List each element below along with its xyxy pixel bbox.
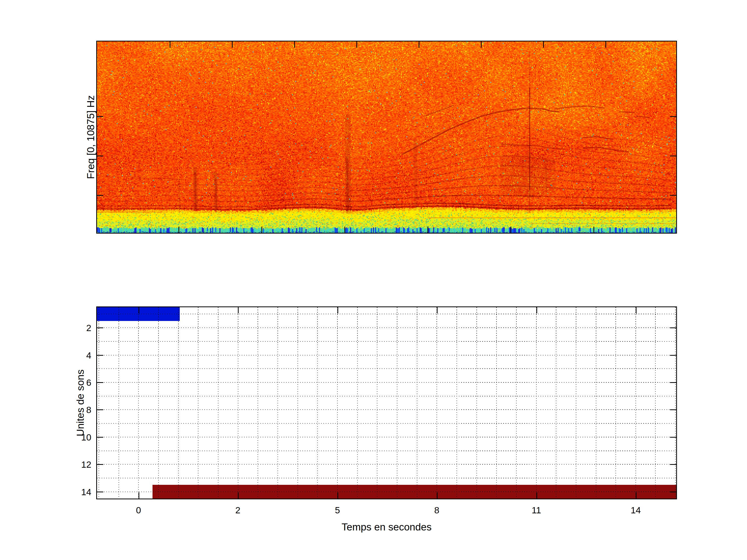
grid-line: [97, 464, 676, 464]
grid-line: [97, 382, 676, 383]
y-tick-mark: [97, 464, 103, 465]
grid-line: [298, 307, 298, 499]
grid-line: [496, 307, 497, 499]
y-tick-mark: [670, 355, 676, 356]
grid-line: [97, 396, 676, 396]
bar-chart-plot: [96, 306, 677, 499]
grid-line: [158, 307, 159, 499]
grid-line: [596, 307, 596, 499]
x-tick-mark: [138, 307, 139, 314]
y-tick-label: 14: [60, 487, 91, 496]
grid-line: [119, 307, 119, 499]
grid-line: [97, 314, 676, 314]
x-tick-mark: [536, 307, 537, 314]
x-tick-mark: [636, 307, 637, 314]
grid-line: [437, 307, 437, 499]
y-tick-mark: [670, 409, 676, 410]
y-tick-mark: [97, 437, 103, 437]
grid-line: [377, 307, 378, 499]
grid-line: [476, 307, 477, 499]
y-tick-mark: [670, 464, 676, 465]
grid-line: [357, 307, 358, 499]
grid-line: [97, 491, 676, 492]
figure: Freq [0, 10875] Hz Unites de sons Temps …: [0, 0, 747, 560]
grid-line: [457, 307, 457, 499]
y-tick-mark: [670, 327, 676, 328]
y-tick-mark: [670, 437, 676, 437]
grid-line: [198, 307, 199, 499]
grid-line: [536, 307, 537, 499]
grid-line: [317, 307, 318, 499]
grid-line: [576, 307, 576, 499]
x-tick-label: 8: [434, 506, 439, 515]
grid-line: [178, 307, 179, 499]
x-tick-mark: [536, 492, 537, 499]
grid-line: [278, 307, 278, 499]
x-tick-label: 11: [532, 506, 541, 515]
grid-line: [417, 307, 417, 499]
x-tick-label: 2: [235, 506, 240, 515]
y-tick-label: 12: [60, 460, 91, 469]
x-tick-mark: [437, 307, 438, 314]
x-tick-label: 5: [335, 506, 340, 515]
time-axis-label: Temps en secondes: [342, 522, 432, 533]
y-tick-mark: [670, 382, 676, 383]
y-tick-label: 10: [60, 432, 91, 442]
grid-line: [97, 437, 676, 437]
grid-line: [397, 307, 397, 499]
x-tick-label: 14: [631, 506, 641, 515]
y-tick-mark: [97, 409, 103, 410]
grid-line: [258, 307, 258, 499]
grid-line: [218, 307, 218, 499]
grid-line: [97, 327, 676, 328]
grid-line: [97, 423, 676, 424]
y-tick-mark: [97, 382, 103, 383]
y-tick-mark: [670, 491, 676, 492]
y-tick-label: 8: [60, 405, 91, 414]
x-tick-mark: [238, 492, 239, 499]
spectrogram-canvas: [97, 42, 676, 233]
y-tick-mark: [97, 327, 103, 328]
y-tick-label: 4: [60, 350, 91, 359]
grid-line: [655, 307, 656, 499]
grid-line: [97, 478, 676, 478]
grid-line: [97, 355, 676, 355]
freq-axis-label: Freq [0, 10875] Hz: [85, 95, 97, 179]
grid-line: [97, 341, 676, 342]
grid-line: [675, 307, 676, 499]
x-tick-mark: [437, 492, 438, 499]
grid-line: [636, 307, 636, 499]
grid-line: [97, 368, 676, 369]
grid-line: [616, 307, 616, 499]
x-tick-mark: [138, 492, 139, 499]
grid-line: [516, 307, 517, 499]
grid-line: [97, 409, 676, 410]
x-tick-mark: [337, 307, 338, 314]
y-tick-mark: [97, 491, 103, 492]
x-tick-mark: [238, 307, 239, 314]
spectrogram-plot: [96, 41, 677, 234]
grid-line: [337, 307, 338, 499]
x-tick-mark: [337, 492, 338, 499]
x-tick-mark: [636, 492, 637, 499]
grid-line: [99, 307, 99, 499]
y-tick-label: 2: [60, 323, 91, 332]
y-tick-label: 6: [60, 378, 91, 387]
y-tick-mark: [97, 355, 103, 356]
x-tick-label: 0: [136, 506, 141, 515]
grid-line: [138, 307, 139, 499]
grid-line: [556, 307, 556, 499]
grid-line: [238, 307, 238, 499]
grid-line: [97, 451, 676, 451]
